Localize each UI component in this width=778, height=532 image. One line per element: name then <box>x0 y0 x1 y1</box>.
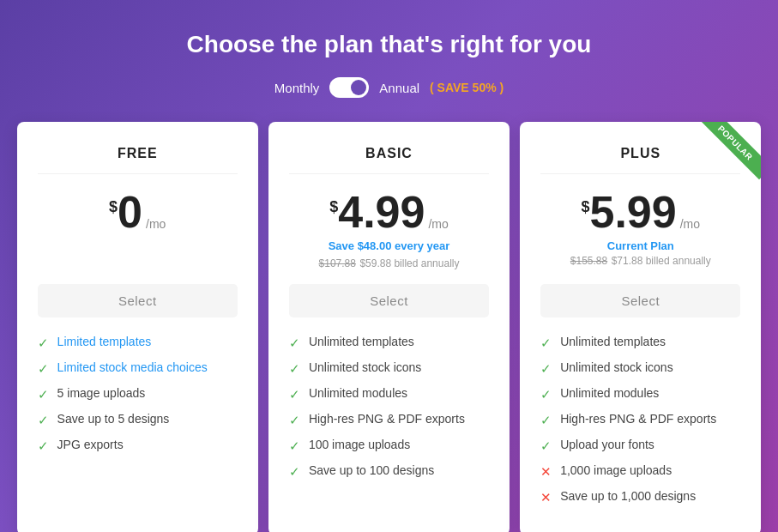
current-plan-label: Current Plan <box>540 239 740 252</box>
check-icon: ✓ <box>540 438 552 454</box>
feature-text: Unlimited modules <box>560 386 659 400</box>
check-icon: ✓ <box>38 438 49 454</box>
plus-icon: ✕ <box>540 490 552 505</box>
feature-text: Save up to 1,000 designs <box>560 489 696 503</box>
check-icon: ✓ <box>540 413 552 428</box>
price-per-basic: /mo <box>428 217 448 231</box>
list-item: ✕ Save up to 1,000 designs <box>540 489 740 505</box>
feature-text: Unlimited templates <box>309 335 414 348</box>
price-billed-basic: $59.88 billed annually <box>359 257 459 269</box>
check-icon: ✓ <box>540 336 552 351</box>
price-row-free: $ 0 /mo <box>38 190 238 234</box>
feature-text: Unlimited modules <box>309 386 407 400</box>
feature-text: 1,000 image uploads <box>560 463 672 477</box>
page-header: Choose the plan that's right for you Mon… <box>0 0 778 122</box>
list-item: ✓ High-res PNG & PDF exports <box>289 412 489 428</box>
billing-toggle[interactable] <box>329 77 369 98</box>
list-item: ✓ JPG exports <box>38 438 238 454</box>
list-item: ✓ Unlimited stock icons <box>540 360 740 377</box>
feature-list-plus: ✓ Unlimited templates ✓ Unlimited stock … <box>540 335 740 505</box>
list-item: ✓ Unlimited templates <box>289 335 489 351</box>
toggle-thumb <box>351 80 366 95</box>
list-item: ✓ Unlimited templates <box>540 335 740 351</box>
check-icon: ✓ <box>38 361 49 377</box>
feature-text: Limited templates <box>57 335 152 348</box>
billing-toggle-row: Monthly Annual ( SAVE 50% ) <box>17 77 761 98</box>
list-item: ✕ 1,000 image uploads <box>540 463 740 480</box>
price-dollar-basic: $ <box>329 198 338 216</box>
check-icon: ✓ <box>289 361 300 377</box>
price-dollar-free: $ <box>109 198 118 216</box>
select-button-plus[interactable]: Select <box>540 284 740 317</box>
list-item: ✓ Save up to 100 designs <box>289 463 489 480</box>
list-item: ✓ Limited stock media choices <box>38 360 238 377</box>
feature-text: JPG exports <box>57 438 124 451</box>
list-item: ✓ Upload your fonts <box>540 438 740 454</box>
feature-text: Upload your fonts <box>560 438 654 451</box>
page-title: Choose the plan that's right for you <box>17 31 761 58</box>
check-icon: ✓ <box>289 464 300 480</box>
check-icon: ✓ <box>38 413 49 428</box>
check-icon: ✓ <box>289 387 300 402</box>
check-icon: ✓ <box>540 387 552 402</box>
save-badge: ( SAVE 50% ) <box>430 81 504 94</box>
feature-text: 100 image uploads <box>309 438 410 451</box>
check-icon: ✓ <box>289 413 300 428</box>
feature-text: Unlimited stock icons <box>560 360 673 374</box>
price-save-basic: Save $48.00 every year <box>289 239 489 252</box>
price-dollar-plus: $ <box>581 198 589 216</box>
list-item: ✓ 100 image uploads <box>289 438 489 454</box>
feature-text: Save up to 5 designs <box>57 412 170 426</box>
list-item: ✓ Unlimited modules <box>540 386 740 402</box>
plan-name-basic: BASIC <box>289 146 489 174</box>
price-billed-plus: $71.88 billed annually <box>612 255 711 267</box>
select-button-free[interactable]: Select <box>38 284 238 317</box>
price-amount-plus: 5.99 <box>590 190 677 234</box>
feature-text: Unlimited templates <box>560 335 666 348</box>
check-icon: ✓ <box>289 438 300 454</box>
price-meta-basic: Save $48.00 every year $107.88 $59.88 bi… <box>289 239 489 270</box>
plan-name-free: FREE <box>38 146 238 174</box>
price-per-plus: /mo <box>680 217 700 231</box>
plus-icon: ✕ <box>540 464 552 480</box>
price-meta-free <box>38 239 238 270</box>
price-row-basic: $ 4.99 /mo <box>289 190 489 234</box>
price-meta-plus: Current Plan $155.88 $71.88 billed annua… <box>540 239 740 270</box>
check-icon: ✓ <box>289 336 300 351</box>
list-item: ✓ Unlimited modules <box>289 386 489 402</box>
list-item: ✓ Limited templates <box>38 335 238 351</box>
popular-badge-label: POPULAR <box>699 122 761 179</box>
plan-card-free: FREE $ 0 /mo Select ✓ Limited templates … <box>17 122 258 532</box>
check-icon: ✓ <box>38 336 49 351</box>
price-old-plus: $155.88 <box>570 255 607 267</box>
plan-card-basic: BASIC $ 4.99 /mo Save $48.00 every year … <box>268 122 510 532</box>
price-row-plus: $ 5.99 /mo <box>540 190 740 234</box>
feature-text: Limited stock media choices <box>57 360 208 374</box>
popular-badge: POPULAR <box>699 122 761 184</box>
plan-card-plus: POPULAR PLUS $ 5.99 /mo Current Plan $15… <box>520 122 761 532</box>
feature-text: High-res PNG & PDF exports <box>309 412 465 426</box>
check-icon: ✓ <box>540 361 552 377</box>
monthly-label: Monthly <box>274 81 320 95</box>
price-old-basic: $107.88 <box>319 257 356 269</box>
plans-container: FREE $ 0 /mo Select ✓ Limited templates … <box>12 122 767 532</box>
price-amount-basic: 4.99 <box>338 190 425 234</box>
price-amount-free: 0 <box>118 190 142 234</box>
feature-text: Unlimited stock icons <box>309 360 422 374</box>
annual-label: Annual <box>379 81 419 95</box>
select-button-basic[interactable]: Select <box>289 284 489 317</box>
list-item: ✓ 5 image uploads <box>38 386 238 402</box>
feature-text: Save up to 100 designs <box>309 463 434 477</box>
feature-list-free: ✓ Limited templates ✓ Limited stock medi… <box>38 335 238 454</box>
feature-text: 5 image uploads <box>57 386 146 400</box>
list-item: ✓ Save up to 5 designs <box>38 412 238 428</box>
list-item: ✓ High-res PNG & PDF exports <box>540 412 740 428</box>
list-item: ✓ Unlimited stock icons <box>289 360 489 377</box>
price-per-free: /mo <box>146 217 166 231</box>
feature-text: High-res PNG & PDF exports <box>560 412 716 426</box>
feature-list-basic: ✓ Unlimited templates ✓ Unlimited stock … <box>289 335 489 480</box>
check-icon: ✓ <box>38 387 49 402</box>
